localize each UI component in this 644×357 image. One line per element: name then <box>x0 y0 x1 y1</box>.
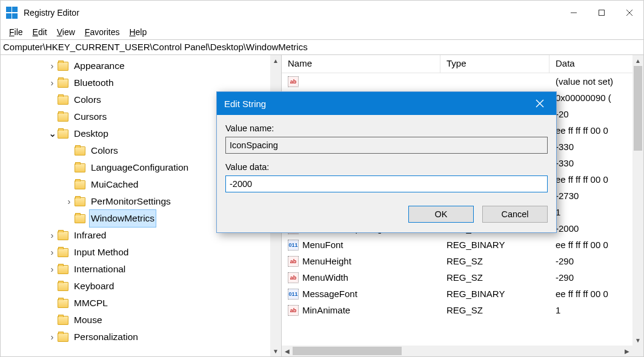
folder-icon <box>58 113 68 122</box>
tree-node[interactable]: ›Bluetooth <box>1 74 281 91</box>
tree-node-label: Mouse <box>72 311 104 329</box>
folder-icon <box>75 197 85 206</box>
value-type: REG_BINARY <box>440 240 549 250</box>
tree-node[interactable]: ›International <box>1 261 281 278</box>
chevron-right-icon[interactable]: › <box>48 329 56 346</box>
menu-edit[interactable]: Edit <box>28 26 52 38</box>
close-button[interactable] <box>616 1 643 25</box>
value-row[interactable]: ab(value not set) <box>282 73 643 90</box>
value-data: (value not set) <box>549 76 643 87</box>
tree-node[interactable]: ›Personalization <box>1 329 281 346</box>
chevron-right-icon[interactable]: › <box>48 244 56 261</box>
chevron-right-icon[interactable]: › <box>48 74 56 91</box>
scroll-corner <box>632 346 643 356</box>
scroll-up-icon[interactable]: ▲ <box>270 55 281 66</box>
dialog-body: Value name: Value data: OK Cancel <box>217 115 556 232</box>
column-data[interactable]: Data <box>549 55 643 73</box>
value-data: -20 <box>549 109 643 119</box>
scroll-thumb[interactable] <box>634 66 642 151</box>
dialog-titlebar[interactable]: Edit String <box>217 92 556 115</box>
column-name[interactable]: Name <box>282 55 440 73</box>
window-title: Registry Editor <box>24 8 79 18</box>
value-data: -290 <box>549 272 643 283</box>
tree-node-label: Colors <box>72 91 103 109</box>
string-value-icon: ab <box>288 272 299 283</box>
dialog-title: Edit String <box>224 99 266 109</box>
chevron-right-icon[interactable]: › <box>65 193 73 210</box>
values-scrollbar-horizontal[interactable]: ◀ ▶ <box>282 346 632 356</box>
tree-node-label: Keyboard <box>72 277 116 295</box>
tree-node[interactable]: Keyboard <box>1 278 281 295</box>
value-data: 1 <box>549 207 643 217</box>
tree-node-label: Input Method <box>72 243 130 261</box>
minimize-button[interactable] <box>560 1 588 25</box>
tree-node[interactable]: ›Appearance <box>1 57 281 74</box>
value-name: MinAnimate <box>302 305 350 315</box>
value-name-label: Value name: <box>225 123 548 133</box>
value-data-label: Value data: <box>225 162 548 172</box>
cancel-button[interactable]: Cancel <box>482 206 548 223</box>
chevron-right-icon[interactable]: › <box>48 57 56 74</box>
tree-node[interactable]: ›Input Method <box>1 244 281 261</box>
scroll-right-icon[interactable]: ▶ <box>622 348 632 355</box>
value-data: 0x00000090 ( <box>549 93 643 103</box>
folder-icon <box>58 96 68 105</box>
window-controls <box>560 1 643 25</box>
values-scrollbar-vertical[interactable]: ▲ ▼ <box>632 55 643 346</box>
tree-node-label: MuiCached <box>89 175 140 194</box>
tree-node-label: Desktop <box>72 125 110 143</box>
folder-icon <box>75 214 85 223</box>
titlebar: Registry Editor <box>1 1 643 25</box>
string-value-icon: ab <box>288 76 299 87</box>
edit-string-dialog: Edit String Value name: Value data: OK C… <box>216 91 557 233</box>
value-data: -330 <box>549 158 643 168</box>
tree-node-label: WindowMetrics <box>89 209 156 228</box>
tree-node-label: LanguageConfiguration <box>89 159 190 177</box>
folder-icon <box>58 62 68 71</box>
folder-icon <box>58 299 68 308</box>
scroll-up-icon[interactable]: ▲ <box>632 55 643 66</box>
folder-icon <box>58 248 68 257</box>
value-data: -2730 <box>549 191 643 201</box>
value-row[interactable]: abMenuHeightREG_SZ-290 <box>282 253 643 269</box>
value-row[interactable]: abMinAnimateREG_SZ1 <box>282 302 643 318</box>
ok-button[interactable]: OK <box>408 206 474 223</box>
tree-node-label: Bluetooth <box>72 74 116 92</box>
folder-icon <box>75 180 85 189</box>
menu-help[interactable]: Help <box>124 26 151 38</box>
value-type: REG_SZ <box>440 272 549 283</box>
menu-favorites[interactable]: Favorites <box>80 26 125 38</box>
chevron-right-icon[interactable]: › <box>48 227 56 244</box>
value-type: REG_SZ <box>440 256 549 266</box>
folder-icon <box>75 146 85 156</box>
tree-node-label: Infrared <box>72 226 108 244</box>
menu-view[interactable]: View <box>52 26 80 38</box>
folder-icon <box>58 129 68 139</box>
folder-icon <box>58 265 68 274</box>
chevron-right-icon[interactable]: › <box>48 261 56 278</box>
dialog-close-button[interactable] <box>531 94 549 113</box>
value-data: 1 <box>549 305 643 315</box>
column-type[interactable]: Type <box>440 55 549 73</box>
tree-node[interactable]: MMCPL <box>1 295 281 312</box>
value-data: ee ff ff ff 00 0 <box>549 289 643 299</box>
tree-node-label: International <box>72 260 127 278</box>
scroll-down-icon[interactable]: ▼ <box>270 346 281 356</box>
menu-file[interactable]: File <box>4 26 28 38</box>
tree-node[interactable]: Mouse <box>1 312 281 329</box>
tree-node-label: PerMonitorSettings <box>89 192 173 211</box>
maximize-button[interactable] <box>588 1 616 25</box>
tree-node-label: Colors <box>89 142 120 160</box>
scroll-thumb[interactable] <box>293 347 402 355</box>
value-data-input[interactable] <box>225 175 548 192</box>
scroll-down-icon[interactable]: ▼ <box>632 335 643 346</box>
folder-icon <box>58 282 68 291</box>
value-data: -330 <box>549 142 643 152</box>
value-row[interactable]: 011MessageFontREG_BINARYee ff ff ff 00 0 <box>282 286 643 302</box>
value-name: MenuHeight <box>302 256 351 266</box>
value-row[interactable]: abMenuWidthREG_SZ-290 <box>282 269 643 286</box>
value-row[interactable]: 011MenuFontREG_BINARYee ff ff ff 00 0 <box>282 237 643 253</box>
chevron-down-icon[interactable]: ⌄ <box>48 125 56 142</box>
scroll-left-icon[interactable]: ◀ <box>282 348 293 355</box>
address-bar[interactable]: Computer\HKEY_CURRENT_USER\Control Panel… <box>1 39 643 55</box>
